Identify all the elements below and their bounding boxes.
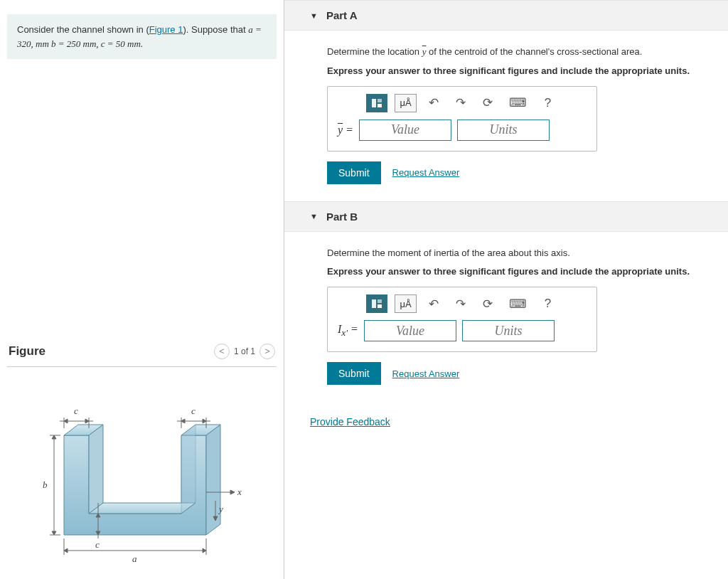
part-a-instruction: Express your answer to three significant… bbox=[327, 64, 700, 79]
svg-rect-20 bbox=[378, 304, 382, 308]
problem-text-pre: Consider the channel shown in ( bbox=[17, 24, 149, 35]
fig-label-a: a bbox=[132, 553, 137, 564]
pager-text: 1 of 1 bbox=[234, 346, 255, 356]
caret-down-icon: ▼ bbox=[310, 11, 318, 20]
figure-title: Figure bbox=[9, 344, 46, 358]
svg-rect-16 bbox=[378, 99, 382, 102]
part-a-value-input[interactable] bbox=[359, 119, 451, 141]
part-a-var-label: y = bbox=[338, 124, 353, 137]
part-b-request-answer-link[interactable]: Request Answer bbox=[392, 368, 460, 379]
problem-statement: Consider the channel shown in (Figure 1)… bbox=[7, 14, 277, 59]
figure-link[interactable]: Figure 1 bbox=[149, 24, 183, 35]
undo-icon[interactable]: ↶ bbox=[424, 94, 444, 112]
template-icon[interactable] bbox=[366, 94, 387, 112]
part-a-prompt: Determine the location y of the centroid… bbox=[327, 45, 700, 60]
keyboard-icon[interactable]: ⌨ bbox=[505, 294, 531, 313]
part-a-body: Determine the location y of the centroid… bbox=[284, 31, 728, 201]
fig-label-b: b bbox=[43, 479, 48, 490]
fig-label-x: x bbox=[237, 487, 242, 497]
part-a-input-row: y = bbox=[338, 119, 587, 141]
fig-label-c1: c bbox=[74, 405, 78, 416]
svg-rect-15 bbox=[372, 99, 376, 107]
caret-down-icon: ▼ bbox=[310, 212, 318, 221]
undo-icon[interactable]: ↶ bbox=[424, 294, 444, 313]
redo-icon[interactable]: ↷ bbox=[451, 94, 471, 112]
part-b-answer-box: μÅ ↶ ↷ ⟳ ⌨ ? Ix' = bbox=[327, 287, 597, 352]
part-a-actions: Submit Request Answer bbox=[327, 161, 700, 184]
part-b-submit-button[interactable]: Submit bbox=[327, 362, 381, 385]
redo-icon[interactable]: ↷ bbox=[451, 294, 471, 313]
svg-rect-18 bbox=[372, 299, 376, 308]
part-b-body: Determine the moment of inertia of the a… bbox=[284, 232, 728, 403]
units-button[interactable]: μÅ bbox=[395, 294, 416, 313]
part-b-title: Part B bbox=[326, 211, 358, 223]
part-b-prompt: Determine the moment of inertia of the a… bbox=[327, 246, 700, 261]
problem-text-post: ). Suppose that bbox=[183, 24, 248, 35]
part-b-instruction: Express your answer to three significant… bbox=[327, 265, 700, 280]
figure-container: c c b c a x y bbox=[7, 373, 277, 572]
help-button[interactable]: ? bbox=[538, 94, 558, 112]
part-b-input-row: Ix' = bbox=[338, 320, 587, 341]
part-b-var-label: Ix' = bbox=[338, 323, 358, 339]
help-button[interactable]: ? bbox=[538, 294, 558, 313]
units-button[interactable]: μÅ bbox=[395, 94, 416, 112]
right-panel: ▼ Part A Determine the location y of the… bbox=[284, 0, 728, 579]
fig-label-y: y bbox=[218, 504, 223, 514]
figure-divider bbox=[7, 366, 277, 367]
template-icon[interactable] bbox=[366, 294, 387, 313]
figure-svg: c c b c a x y bbox=[7, 373, 277, 572]
part-b-units-input[interactable] bbox=[462, 320, 555, 341]
part-b-actions: Submit Request Answer bbox=[327, 362, 700, 385]
part-b-toolbar: μÅ ↶ ↷ ⟳ ⌨ ? bbox=[338, 294, 587, 313]
part-a-toolbar: μÅ ↶ ↷ ⟳ ⌨ ? bbox=[338, 94, 587, 112]
keyboard-icon[interactable]: ⌨ bbox=[505, 94, 531, 112]
part-b-header[interactable]: ▼ Part B bbox=[284, 201, 728, 232]
figure-pager: < 1 of 1 > bbox=[214, 344, 275, 359]
part-a-title: Part A bbox=[326, 9, 358, 21]
provide-feedback-link[interactable]: Provide Feedback bbox=[310, 416, 390, 427]
part-a-header[interactable]: ▼ Part A bbox=[284, 0, 728, 31]
left-panel: Consider the channel shown in (Figure 1)… bbox=[0, 0, 284, 579]
pager-next-button[interactable]: > bbox=[259, 344, 275, 359]
fig-label-c2: c bbox=[191, 405, 196, 416]
reset-icon[interactable]: ⟳ bbox=[478, 294, 498, 313]
part-a-request-answer-link[interactable]: Request Answer bbox=[392, 167, 460, 178]
part-b-value-input[interactable] bbox=[364, 320, 456, 341]
fig-label-c3: c bbox=[95, 539, 100, 550]
svg-rect-17 bbox=[378, 104, 382, 107]
part-a-submit-button[interactable]: Submit bbox=[327, 161, 381, 184]
pager-prev-button[interactable]: < bbox=[214, 344, 230, 359]
svg-rect-19 bbox=[378, 299, 382, 303]
figure-header: Figure < 1 of 1 > bbox=[7, 339, 277, 363]
part-a-units-input[interactable] bbox=[457, 119, 550, 141]
part-a-answer-box: μÅ ↶ ↷ ⟳ ⌨ ? y = bbox=[327, 86, 597, 152]
reset-icon[interactable]: ⟳ bbox=[478, 94, 498, 112]
